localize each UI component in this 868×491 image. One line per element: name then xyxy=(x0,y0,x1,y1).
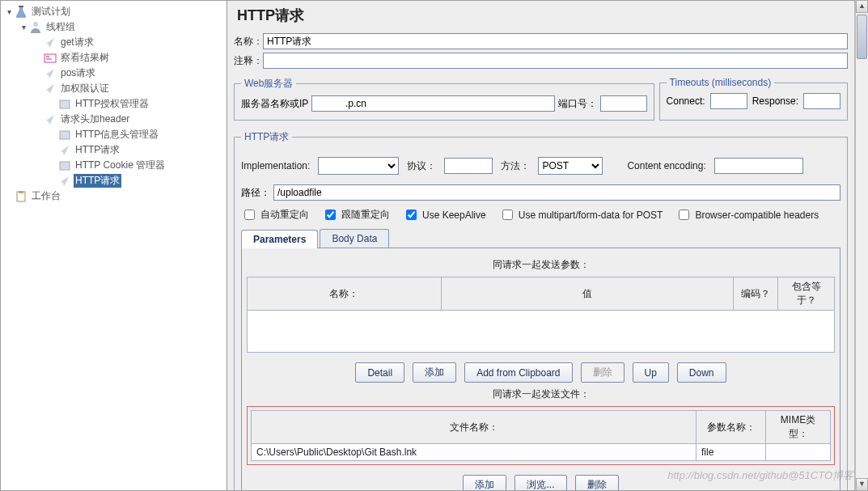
http-request-fieldset: HTTP请求 Implementation: 协议： 方法： POST Cont… xyxy=(234,130,848,490)
path-input[interactable] xyxy=(273,184,840,201)
svg-point-1 xyxy=(33,22,38,27)
col-mime-type: MIME类型： xyxy=(766,411,831,444)
tree-node[interactable]: get请求 xyxy=(1,35,227,50)
request-tabs: Parameters Body Data xyxy=(241,229,840,248)
svg-rect-6 xyxy=(60,131,70,139)
col-value: 值 xyxy=(441,277,733,311)
tree-node-test-plan[interactable]: ▾ 测试计划 xyxy=(1,4,227,19)
config-icon xyxy=(57,159,72,172)
tree-label: 工作台 xyxy=(30,189,62,203)
col-encode: 编码？ xyxy=(734,277,778,311)
path-label: 路径： xyxy=(241,186,273,200)
multipart-checkbox[interactable]: Use multipart/form-data for POST xyxy=(499,207,663,222)
tree-label: pos请求 xyxy=(59,66,97,80)
clipboard-icon xyxy=(14,190,28,203)
outer-scrollbar[interactable]: ▲ ▼ xyxy=(855,0,868,491)
implementation-label: Implementation: xyxy=(241,160,310,171)
protocol-input[interactable] xyxy=(444,158,493,174)
collapse-toggle-icon[interactable]: ▾ xyxy=(19,23,28,32)
connect-label: Connect: xyxy=(667,95,705,107)
tab-body-data[interactable]: Body Data xyxy=(320,229,389,248)
svg-rect-5 xyxy=(60,100,70,108)
params-empty-area[interactable] xyxy=(247,311,835,353)
up-button[interactable]: Up xyxy=(633,362,669,383)
protocol-label: 协议： xyxy=(407,159,436,173)
port-input[interactable] xyxy=(600,95,647,112)
add-button[interactable]: 添加 xyxy=(413,362,456,383)
files-section: 文件名称： 参数名称： MIME类型： C:\Users\Public\Desk… xyxy=(247,406,835,465)
mime-cell[interactable] xyxy=(766,444,831,461)
scroll-track[interactable] xyxy=(856,13,868,478)
collapse-toggle-icon[interactable]: ▾ xyxy=(4,7,14,16)
tree-node[interactable]: HTTP授权管理器 xyxy=(1,96,227,112)
tree-label: HTTP授权管理器 xyxy=(74,97,150,111)
comment-input[interactable] xyxy=(263,53,848,69)
file-delete-button[interactable]: 删除 xyxy=(575,475,619,490)
web-server-fieldset: Web服务器 服务器名称或IP 端口号： xyxy=(234,77,654,121)
col-include: 包含等于？ xyxy=(778,277,835,311)
tab-parameters[interactable]: Parameters xyxy=(241,230,318,248)
timeouts-legend: Timeouts (milliseconds) xyxy=(667,77,775,88)
scroll-thumb[interactable] xyxy=(857,15,867,59)
comment-label: 注释： xyxy=(234,54,263,68)
add-from-clipboard-button[interactable]: Add from Clipboard xyxy=(464,362,572,383)
connect-input[interactable] xyxy=(710,93,747,109)
tree-label: HTTP请求 xyxy=(74,143,121,157)
keepalive-checkbox[interactable]: Use KeepAlive xyxy=(403,207,486,222)
auto-redirect-checkbox[interactable]: 自动重定向 xyxy=(241,207,309,222)
detail-button[interactable]: Detail xyxy=(355,362,404,383)
tree-node[interactable]: HTTP请求 xyxy=(1,142,227,158)
tree-node-workbench[interactable]: 工作台 xyxy=(1,188,227,204)
name-label: 名称： xyxy=(234,35,263,49)
flask-icon xyxy=(14,6,28,19)
files-table[interactable]: 文件名称： 参数名称： MIME类型： C:\Users\Public\Desk… xyxy=(251,410,831,461)
method-select[interactable]: POST xyxy=(538,157,603,175)
test-plan-tree[interactable]: ▾ 测试计划 ▾ 线程组 get请求 察看结果树 pos请求 加权限认证 HTT… xyxy=(1,1,227,490)
response-input[interactable] xyxy=(803,93,840,109)
tree-node-thread-group[interactable]: ▾ 线程组 xyxy=(1,19,227,35)
sampler-icon xyxy=(43,113,57,126)
tree-label: 察看结果树 xyxy=(59,51,111,65)
svg-rect-7 xyxy=(60,162,70,170)
results-tree-icon xyxy=(43,52,57,65)
files-heading: 同请求一起发送文件： xyxy=(247,387,835,401)
scroll-up-icon[interactable]: ▲ xyxy=(856,0,868,13)
tree-label: HTTP信息头管理器 xyxy=(74,128,160,142)
scroll-down-icon[interactable]: ▼ xyxy=(856,478,868,491)
sampler-icon xyxy=(57,144,72,157)
browser-compat-checkbox[interactable]: Browser-compatible headers xyxy=(675,207,819,222)
tree-label: get请求 xyxy=(59,36,95,49)
file-path-cell[interactable]: C:\Users\Public\Desktop\Git Bash.lnk xyxy=(252,444,697,461)
tree-node[interactable]: 加权限认证 xyxy=(1,81,227,96)
tree-node[interactable]: 察看结果树 xyxy=(1,50,227,66)
param-name-cell[interactable]: file xyxy=(697,444,766,461)
tree-node-selected[interactable]: HTTP请求 xyxy=(1,173,227,188)
name-input[interactable] xyxy=(263,33,848,49)
tree-label: HTTP请求 xyxy=(74,174,121,188)
tree-node[interactable]: HTTP信息头管理器 xyxy=(1,127,227,142)
encoding-input[interactable] xyxy=(714,158,803,174)
follow-redirect-checkbox[interactable]: 跟随重定向 xyxy=(322,207,390,222)
tree-label: 加权限认证 xyxy=(59,82,111,95)
tree-node[interactable]: pos请求 xyxy=(1,66,227,81)
table-row[interactable]: C:\Users\Public\Desktop\Git Bash.lnk fil… xyxy=(252,444,831,461)
file-add-button[interactable]: 添加 xyxy=(463,475,506,490)
sampler-icon xyxy=(43,83,57,95)
tree-node[interactable]: 请求头加header xyxy=(1,112,227,127)
web-server-legend: Web服务器 xyxy=(241,77,296,91)
params-table[interactable]: 名称： 值 编码？ 包含等于？ xyxy=(247,277,835,311)
encoding-label: Content encoding: xyxy=(627,160,705,171)
down-button[interactable]: Down xyxy=(677,362,726,383)
implementation-select[interactable] xyxy=(318,157,399,175)
delete-button[interactable]: 删除 xyxy=(581,362,625,383)
file-browse-button[interactable]: 浏览... xyxy=(514,475,566,490)
server-name-input[interactable] xyxy=(311,95,554,112)
server-name-label: 服务器名称或IP xyxy=(241,97,308,111)
tree-node[interactable]: HTTP Cookie 管理器 xyxy=(1,158,227,173)
col-param-name: 参数名称： xyxy=(697,411,766,444)
svg-rect-3 xyxy=(46,56,49,57)
col-file-name: 文件名称： xyxy=(252,411,697,444)
svg-rect-4 xyxy=(46,58,52,60)
config-icon xyxy=(57,129,72,142)
page-title: HTTP请求 xyxy=(234,1,848,30)
